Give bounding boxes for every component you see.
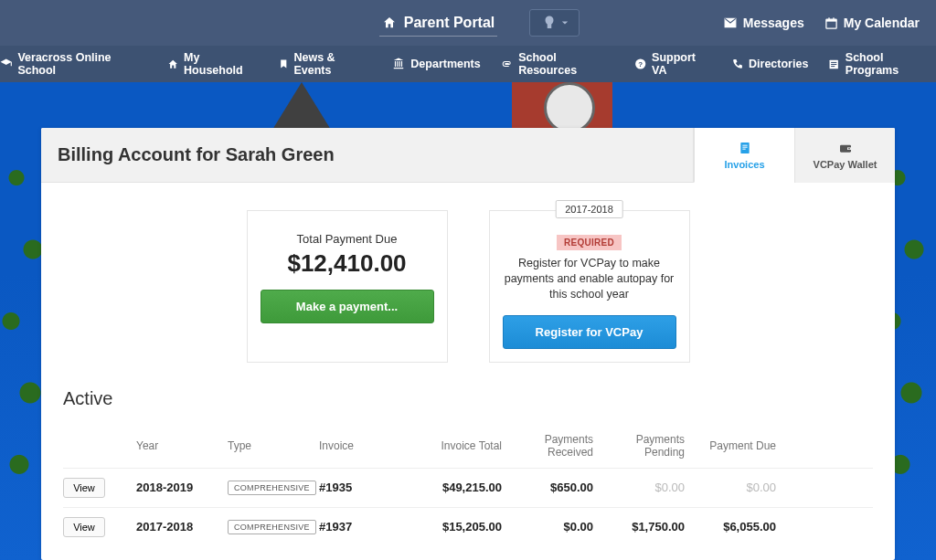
home-icon bbox=[167, 58, 178, 70]
svg-rect-4 bbox=[833, 17, 834, 20]
cell-type: COMPREHENSIVE bbox=[228, 520, 316, 534]
svg-rect-12 bbox=[742, 144, 747, 145]
help-icon: ? bbox=[634, 58, 646, 70]
cell-due: $6,055.00 bbox=[685, 520, 776, 534]
svg-point-17 bbox=[848, 148, 850, 150]
table-row: View 2017-2018 COMPREHENSIVE #1937 $15,2… bbox=[63, 507, 873, 546]
wallet-icon bbox=[837, 141, 854, 155]
nav-resources[interactable]: School Resources bbox=[501, 51, 614, 77]
cell-received: $650.00 bbox=[502, 481, 593, 494]
svg-rect-10 bbox=[831, 66, 835, 67]
svg-rect-9 bbox=[831, 63, 836, 64]
tab-wallet-label: VCPay Wallet bbox=[814, 159, 878, 170]
cell-type: COMPREHENSIVE bbox=[228, 481, 316, 495]
svg-rect-14 bbox=[742, 148, 745, 149]
svg-rect-2 bbox=[826, 19, 836, 22]
attachment-icon bbox=[501, 58, 513, 69]
cell-pending: $1,750.00 bbox=[593, 520, 685, 534]
nav-online-school[interactable]: Veracross Online School bbox=[0, 51, 147, 77]
main-card: Billing Account for Sarah Green Invoices… bbox=[41, 128, 895, 560]
cell-invoice: #1937 bbox=[319, 520, 410, 534]
register-vcpay-box: 2017-2018 REQUIRED Register for VCPay to… bbox=[489, 210, 690, 363]
chevron-down-icon bbox=[561, 19, 569, 26]
graduation-icon bbox=[0, 58, 12, 70]
col-total: Invoice Total bbox=[410, 439, 502, 452]
col-year: Year bbox=[136, 439, 228, 452]
phone-icon bbox=[731, 58, 743, 70]
nav-departments[interactable]: Departments bbox=[392, 58, 480, 70]
cell-pending: $0.00 bbox=[593, 481, 685, 494]
cell-total: $15,205.00 bbox=[410, 520, 502, 534]
tab-invoices-label: Invoices bbox=[724, 159, 764, 170]
col-invoice: Invoice bbox=[319, 439, 410, 452]
bookmark-icon bbox=[279, 58, 289, 70]
register-text: Register for VCPay to make payments and … bbox=[503, 256, 676, 302]
building-icon bbox=[392, 58, 405, 70]
school-switcher[interactable] bbox=[529, 9, 580, 37]
cell-year: 2017-2018 bbox=[136, 520, 228, 534]
nav-programs[interactable]: School Programs bbox=[828, 51, 936, 77]
messages-label: Messages bbox=[743, 16, 804, 30]
svg-rect-8 bbox=[831, 61, 836, 62]
cell-received: $0.00 bbox=[502, 520, 593, 534]
payment-due-box: Total Payment Due $12,410.00 Make a paym… bbox=[247, 210, 448, 363]
cell-total: $49,215.00 bbox=[410, 481, 502, 494]
col-type: Type bbox=[228, 439, 319, 452]
year-chip: 2017-2018 bbox=[555, 200, 623, 218]
mail-icon bbox=[723, 16, 738, 29]
grid-header: Year Type Invoice Invoice Total Payments… bbox=[63, 420, 873, 468]
invoice-icon bbox=[737, 141, 753, 155]
page-title: Billing Account for Sarah Green bbox=[58, 144, 335, 165]
cell-year: 2018-2019 bbox=[136, 481, 228, 494]
tabs: Invoices VCPay Wallet bbox=[694, 128, 895, 183]
nav-news[interactable]: News & Events bbox=[279, 51, 372, 77]
list-icon bbox=[828, 58, 839, 70]
svg-rect-11 bbox=[740, 143, 749, 153]
payment-due-amount: $12,410.00 bbox=[261, 249, 434, 278]
top-header: Parent Portal Messages My Calendar bbox=[0, 0, 936, 46]
nav-bar: Veracross Online School My Household New… bbox=[0, 46, 936, 82]
cell-due: $0.00 bbox=[685, 481, 776, 494]
col-received: Payments Received bbox=[502, 433, 593, 459]
tab-wallet[interactable]: VCPay Wallet bbox=[794, 128, 895, 183]
table-row: View 2018-2019 COMPREHENSIVE #1935 $49,2… bbox=[63, 468, 873, 507]
nav-household[interactable]: My Household bbox=[167, 51, 259, 77]
top-right-links: Messages My Calendar bbox=[723, 0, 920, 46]
summary-row: Total Payment Due $12,410.00 Make a paym… bbox=[41, 183, 895, 381]
cell-invoice: #1935 bbox=[319, 481, 410, 494]
svg-rect-13 bbox=[742, 146, 747, 147]
calendar-label: My Calendar bbox=[844, 16, 920, 30]
active-section-title: Active bbox=[41, 381, 895, 411]
payment-due-label: Total Payment Due bbox=[261, 232, 434, 246]
messages-link[interactable]: Messages bbox=[723, 16, 804, 30]
calendar-icon bbox=[824, 16, 838, 30]
view-button[interactable]: View bbox=[63, 478, 105, 498]
col-due: Payment Due bbox=[685, 439, 776, 452]
nav-support[interactable]: ? Support VA bbox=[634, 51, 711, 77]
portal-title[interactable]: Parent Portal bbox=[356, 0, 521, 46]
nav-directories[interactable]: Directories bbox=[731, 58, 808, 70]
register-vcpay-button[interactable]: Register for VCPay bbox=[503, 315, 676, 349]
svg-text:?: ? bbox=[638, 60, 643, 69]
calendar-link[interactable]: My Calendar bbox=[824, 16, 920, 30]
col-pending: Payments Pending bbox=[593, 433, 685, 459]
view-button[interactable]: View bbox=[63, 517, 105, 537]
make-payment-button[interactable]: Make a payment... bbox=[261, 290, 434, 323]
school-logo-icon bbox=[541, 15, 558, 31]
svg-rect-3 bbox=[828, 17, 829, 20]
card-header: Billing Account for Sarah Green Invoices… bbox=[41, 128, 895, 183]
home-icon bbox=[382, 16, 397, 30]
tab-invoices[interactable]: Invoices bbox=[694, 128, 794, 183]
invoices-grid: Year Type Invoice Invoice Total Payments… bbox=[41, 411, 895, 546]
required-badge: REQUIRED bbox=[557, 235, 622, 250]
portal-title-text: Parent Portal bbox=[404, 15, 495, 31]
